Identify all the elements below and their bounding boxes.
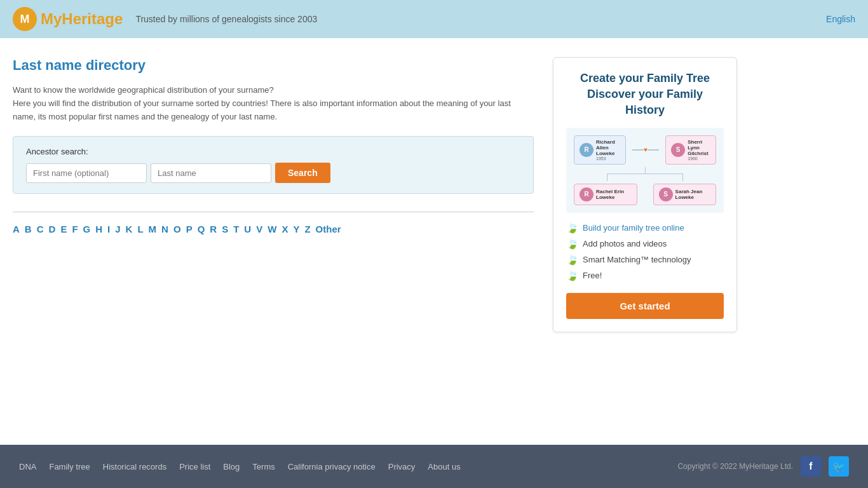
footer-link-price-list[interactable]: Price list [179,462,210,471]
alphabet-link-q[interactable]: Q [198,224,205,234]
left-section: Last name directory Want to know the wor… [13,57,534,234]
alphabet-link-e[interactable]: E [60,224,67,234]
divider [13,212,534,212]
alphabet-link-i[interactable]: I [107,224,110,234]
alphabet-link-f[interactable]: F [72,224,78,234]
feature-link[interactable]: Build your family tree online [583,223,684,233]
parents-row: R Richard Allen Loweke 1953 ♥ S [574,135,716,165]
search-inputs: Search [26,163,520,183]
alphabet-link-w[interactable]: W [268,224,276,234]
alphabet-link-a[interactable]: A [13,224,20,234]
twitter-button[interactable]: 🐦 [829,456,849,477]
child2-info: Sarah Jean Loweke [675,189,710,200]
footer-link-dna[interactable]: DNA [19,462,36,471]
parent1-dates: 1953 [596,156,620,161]
alphabet-link-s[interactable]: S [222,224,228,234]
parent1-node: R Richard Allen Loweke 1953 [574,135,626,165]
footer-link-blog[interactable]: Blog [223,462,240,471]
search-button[interactable]: Search [275,163,330,183]
family-tree-card: Create your Family Tree Discover your Fa… [553,57,737,332]
parent2-name: Sherri Lynn Gilchrist [688,139,710,156]
alphabet-link-other[interactable]: Other [316,224,341,234]
child1-avatar: R [580,187,593,201]
leaf-icon: 🍃 [566,269,579,281]
leaf-icon: 🍃 [566,254,579,266]
child2-name: Sarah Jean Loweke [675,189,710,200]
child2-node: S Sarah Jean Loweke [653,184,716,205]
alphabet-link-l[interactable]: L [137,224,143,234]
footer-link-california-privacy-notice[interactable]: California privacy notice [288,462,376,471]
couple-line-left [632,149,644,151]
alphabet-link-k[interactable]: K [126,224,133,234]
tagline: Trusted by millions of genealogists sinc… [135,14,317,24]
child1-info: Rachel Erin Loweke [596,189,632,200]
tree-diagram: R Richard Allen Loweke 1953 ♥ S [566,128,724,213]
footer-link-family-tree[interactable]: Family tree [49,462,90,471]
alphabet-link-g[interactable]: G [83,224,91,234]
alphabet-link-u[interactable]: U [244,224,251,234]
parent1-name: Richard Allen Loweke [596,139,620,156]
child1-node: R Rachel Erin Loweke [574,184,637,205]
parent2-dates: 1960 [688,156,710,161]
alphabet-link-d[interactable]: D [49,224,56,234]
alphabet-link-v[interactable]: V [256,224,262,234]
feature-item: 🍃Add photos and videos [566,238,724,250]
feature-text: Smart Matching™ technology [583,255,691,264]
feature-item: 🍃Build your family tree online [566,222,724,234]
alphabet-link-o[interactable]: O [173,224,181,234]
alphabet-link-y[interactable]: Y [293,224,299,234]
leaf-icon: 🍃 [566,238,579,250]
alphabet-link-r[interactable]: R [210,224,217,234]
main-content: Last name directory Want to know the wor… [0,38,868,445]
children-row: R Rachel Erin Loweke S Sarah Jean Loweke [574,184,716,205]
logo[interactable]: M MyHeritage [13,7,123,31]
copyright: Copyright © 2022 MyHeritage Ltd. [677,462,793,471]
language-selector[interactable]: English [826,14,855,24]
parent2-info: Sherri Lynn Gilchrist 1960 [688,139,710,161]
alphabet-link-c[interactable]: C [37,224,44,234]
child1-name: Rachel Erin Loweke [596,189,632,200]
facebook-button[interactable]: f [801,456,821,477]
logo-circle: M [13,7,37,31]
header-left: M MyHeritage Trusted by millions of gene… [13,7,317,31]
footer-links: DNAFamily treeHistorical recordsPrice li… [19,462,461,471]
alphabet-link-h[interactable]: H [95,224,102,234]
parent2-avatar: S [671,143,685,157]
first-name-input[interactable] [26,163,147,183]
footer-link-historical-records[interactable]: Historical records [103,462,166,471]
alphabet-link-p[interactable]: P [186,224,193,234]
alphabet-link-x[interactable]: X [281,224,288,234]
couple-line-right [648,149,659,151]
alphabet-link-m[interactable]: M [149,224,157,234]
alphabet-link-j[interactable]: J [115,224,120,234]
footer-link-terms[interactable]: Terms [252,462,275,471]
alphabet-link-t[interactable]: T [233,224,239,234]
feature-text: Free! [583,271,602,280]
description: Want to know the worldwide geographical … [13,84,534,123]
alphabet-links: ABCDEFGHIJKLMNOPQRSTUVWXYZOther [13,224,534,234]
feature-text: Add photos and videos [583,239,667,248]
card-title: Create your Family Tree Discover your Fa… [566,71,724,119]
alphabet-link-n[interactable]: N [161,224,168,234]
parent1-info: Richard Allen Loweke 1953 [596,139,620,161]
footer-link-about-us[interactable]: About us [428,462,460,471]
parent2-node: S Sherri Lynn Gilchrist 1960 [665,135,716,165]
footer-link-privacy[interactable]: Privacy [388,462,416,471]
alphabet-link-b[interactable]: B [25,224,32,234]
features-list: 🍃Build your family tree online🍃Add photo… [566,222,724,281]
last-name-input[interactable] [151,163,271,183]
right-sidebar: Create your Family Tree Discover your Fa… [553,57,737,332]
alphabet-link-z[interactable]: Z [304,224,310,234]
leaf-icon: 🍃 [566,222,579,234]
logo-letter: M [20,13,30,26]
parent1-avatar: R [580,143,593,157]
search-box: Ancestor search: Search [13,136,534,194]
feature-item: 🍃Free! [566,269,724,281]
logo-text: MyHeritage [41,10,123,28]
search-label: Ancestor search: [26,147,520,156]
get-started-button[interactable]: Get started [566,293,724,319]
page-title: Last name directory [13,57,534,74]
site-header: M MyHeritage Trusted by millions of gene… [0,0,868,38]
site-footer: DNAFamily treeHistorical recordsPrice li… [0,445,868,488]
couple-connector: ♥ [632,146,659,153]
